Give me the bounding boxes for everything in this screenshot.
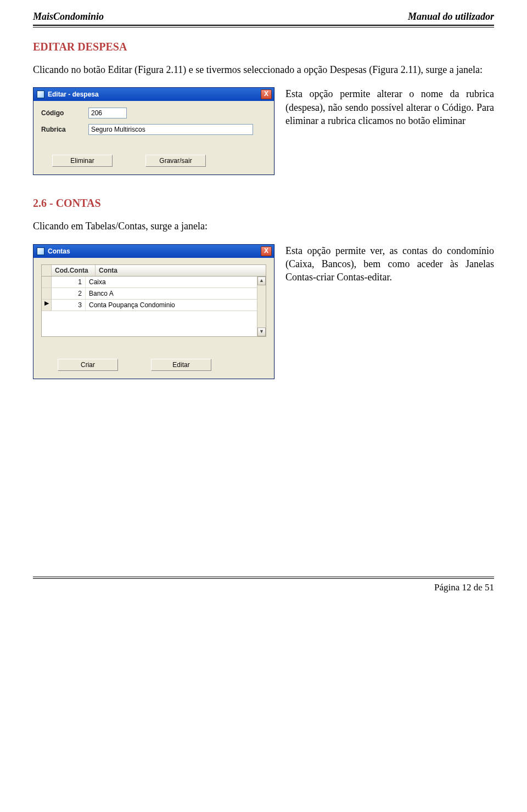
row-selector[interactable] <box>42 288 52 299</box>
gravar-sair-button[interactable]: Gravar/sair <box>145 155 206 167</box>
close-icon[interactable]: X <box>261 246 272 256</box>
scroll-up-icon[interactable]: ▲ <box>257 277 266 285</box>
eliminar-button[interactable]: Eliminar <box>52 155 113 167</box>
header-rule-thin <box>33 27 494 27</box>
window-title-text: Editar - despesa <box>48 91 261 98</box>
cell-conta: Conta Poupança Condominio <box>86 300 266 311</box>
window-icon <box>37 247 44 255</box>
window-title-text: Contas <box>48 247 261 255</box>
contas-window: Contas X Cod.Conta Conta 1 Caixa <box>33 244 274 379</box>
row-selector-header <box>42 265 52 276</box>
page-header: MaisCondominio Manual do utilizador <box>33 11 494 25</box>
row-selector[interactable]: ▶ <box>42 300 52 311</box>
editar-despesa-window: Editar - despesa X Código Rubrica Elimin… <box>33 87 274 175</box>
table-row[interactable]: ▶ 3 Conta Poupança Condominio <box>42 300 266 311</box>
section-title-contas: 2.6 - CONTAS <box>33 197 494 210</box>
contas-list: Cod.Conta Conta 1 Caixa 2 Banco A <box>41 264 266 337</box>
table-row[interactable]: 2 Banco A <box>42 288 266 300</box>
scroll-down-icon[interactable]: ▼ <box>257 328 266 336</box>
section1-intro: Clicando no botão Editar (Figura 2.11) e… <box>33 63 494 76</box>
rubrica-input[interactable] <box>88 124 253 135</box>
footer-rule <box>33 577 494 577</box>
criar-button[interactable]: Criar <box>58 359 118 371</box>
page-number: Página 12 de 51 <box>33 582 494 593</box>
codigo-label: Código <box>41 109 88 117</box>
footer-rule-thin <box>33 578 494 579</box>
close-icon[interactable]: X <box>261 89 272 99</box>
rubrica-label: Rubrica <box>41 126 88 133</box>
cell-codconta: 1 <box>52 277 86 287</box>
codigo-input[interactable] <box>88 108 127 119</box>
cell-codconta: 2 <box>52 288 86 299</box>
section2-intro: Clicando em Tabelas/Contas, surge a jane… <box>33 219 494 233</box>
window-titlebar: Contas X <box>33 245 274 258</box>
window-titlebar: Editar - despesa X <box>33 88 274 101</box>
header-rule <box>33 25 494 26</box>
editar-button[interactable]: Editar <box>151 359 211 371</box>
header-left: MaisCondominio <box>33 11 104 22</box>
row-selector[interactable] <box>42 277 52 287</box>
scrollbar[interactable]: ▲ ▼ <box>257 277 266 336</box>
column-header-conta[interactable]: Conta <box>96 265 266 276</box>
section1-side-text: Esta opção permite alterar o nome da rub… <box>285 87 494 127</box>
window-icon <box>37 91 44 98</box>
cell-conta: Caixa <box>86 277 266 287</box>
cell-conta: Banco A <box>86 288 266 299</box>
table-row[interactable]: 1 Caixa <box>42 277 266 288</box>
cell-codconta: 3 <box>52 300 86 311</box>
column-header-codconta[interactable]: Cod.Conta <box>52 265 96 276</box>
header-right: Manual do utilizador <box>408 11 494 22</box>
section2-side-text: Esta opção permite ver, as contas do con… <box>285 244 494 284</box>
section-title-editar-despesa: EDITAR DESPESA <box>33 41 494 53</box>
